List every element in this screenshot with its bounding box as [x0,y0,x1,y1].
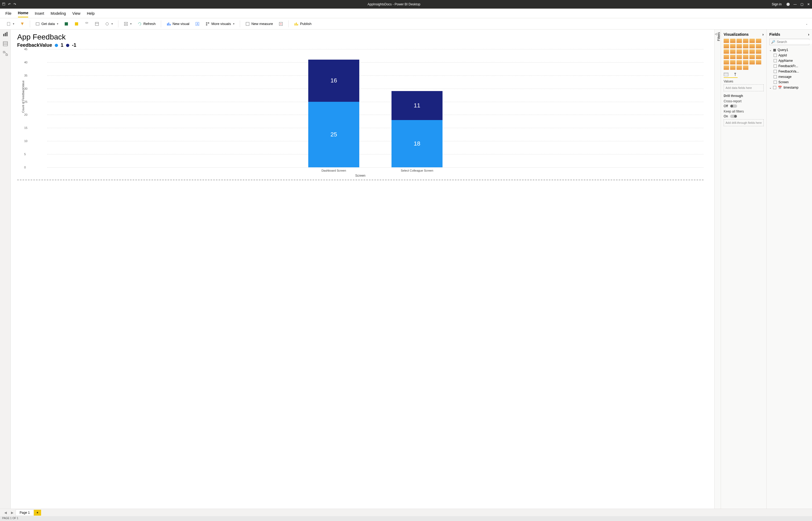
menu-modeling[interactable]: Modeling [50,10,66,17]
report-canvas[interactable]: App Feedback FeedbackValue 1 -1 Count of… [11,29,714,508]
viz-type-tile[interactable] [730,39,736,43]
text-box-icon[interactable]: A [193,21,202,27]
viz-type-tile[interactable] [749,49,755,54]
viz-type-tile[interactable] [724,49,729,54]
add-page-button[interactable]: + [34,510,41,516]
menu-file[interactable]: File [5,10,11,17]
format-painter-icon[interactable] [18,21,27,27]
viz-type-tile[interactable] [743,60,748,65]
viz-type-tile[interactable] [737,60,742,65]
viz-type-tile[interactable] [756,55,761,59]
search-input[interactable] [777,40,812,44]
stacked-bar-chart[interactable]: 0510152025303540451625Dashboard Screen11… [32,49,703,173]
viz-type-tile[interactable] [737,49,742,54]
viz-type-tile[interactable] [756,60,761,65]
undo-icon[interactable]: ↶ [8,2,11,6]
field-item[interactable]: Screen [769,80,809,85]
table-node[interactable]: ⌄▦Query1 [769,47,809,53]
model-view-icon[interactable] [3,51,8,56]
quick-measure-icon[interactable] [277,21,285,27]
chevron-right-icon[interactable]: › [762,32,764,37]
viz-type-tile[interactable] [743,39,748,43]
fields-search[interactable]: 🔎 [769,39,809,45]
viz-type-tile[interactable] [749,60,755,65]
menu-home[interactable]: Home [18,9,28,18]
viz-type-tile[interactable] [737,44,742,48]
sql-source-icon[interactable] [83,21,91,27]
field-item[interactable]: message [769,74,809,80]
viz-type-tile[interactable] [737,39,742,43]
drillthrough-field-well[interactable]: Add drill-through fields here [724,119,764,126]
bar-segment[interactable]: 18 [392,120,442,167]
x-category-label: Select Colleague Screen [392,169,442,172]
page-tab[interactable]: Page 1 [16,509,34,516]
format-tab-icon[interactable] [733,72,738,76]
signin-link[interactable]: Sign in [772,2,782,6]
field-item[interactable]: FeedbackVa... [769,69,809,74]
prev-page-button[interactable]: ◀ [2,511,9,515]
report-view-icon[interactable] [3,32,8,37]
recent-sources-icon[interactable]: ▾ [103,21,115,27]
values-field-well[interactable]: Add data fields here [724,84,764,91]
viz-type-tile[interactable] [724,39,729,43]
viz-type-tile[interactable] [756,49,761,54]
viz-type-tile[interactable] [737,66,742,70]
viz-type-tile[interactable] [743,55,748,59]
viz-type-tile[interactable] [730,55,736,59]
viz-type-tile[interactable] [749,55,755,59]
bar-segment[interactable]: 25 [308,102,359,167]
bar-segment[interactable]: 11 [392,91,442,120]
viz-type-tile[interactable] [737,55,742,59]
field-item[interactable]: FeedbackFr... [769,63,809,69]
maximize-icon[interactable]: ▢ [801,2,804,6]
menu-help[interactable]: Help [87,10,94,17]
excel-source-icon[interactable] [62,21,71,27]
ribbon-collapse-icon[interactable]: ⌄ [806,22,808,25]
field-timestamp[interactable]: ⌄📅timestamp [769,85,809,90]
get-data-button[interactable]: Get data▾ [33,21,61,27]
transform-data-icon[interactable]: ▾ [122,21,134,27]
viz-type-tile[interactable] [743,49,748,54]
viz-type-tile[interactable] [749,39,755,43]
more-visuals-button[interactable]: More visuals▾ [203,21,236,27]
new-visual-button[interactable]: New visual [164,21,191,27]
pbi-source-icon[interactable] [72,21,81,27]
filters-pane-collapsed[interactable]: ◁ Filters [714,29,721,508]
viz-type-tile[interactable] [730,44,736,48]
cross-report-toggle[interactable] [730,105,737,108]
field-item[interactable]: AppId [769,53,809,58]
viz-type-tile[interactable] [730,60,736,65]
viz-type-tile[interactable] [756,39,761,43]
svg-rect-28 [3,42,7,46]
viz-type-tile[interactable] [724,60,729,65]
viz-type-tile[interactable] [730,66,736,70]
viz-type-tile[interactable] [743,44,748,48]
field-item[interactable]: AppName [769,58,809,63]
visualization-gallery[interactable] [724,39,764,70]
bar-segment[interactable]: 16 [308,60,359,101]
fields-tab-icon[interactable] [724,72,728,76]
paste-button[interactable]: ▾ [4,21,16,27]
save-icon[interactable] [2,2,5,6]
viz-type-tile[interactable] [749,44,755,48]
data-view-icon[interactable] [3,41,8,46]
chevron-right-icon[interactable]: › [808,32,809,37]
new-measure-button[interactable]: New measure [243,21,275,27]
viz-type-tile[interactable] [730,49,736,54]
enter-data-icon[interactable] [93,21,101,27]
refresh-button[interactable]: Refresh [135,21,158,27]
viz-type-tile[interactable] [756,44,761,48]
close-icon[interactable]: ✕ [807,2,810,6]
redo-icon[interactable]: ↷ [14,2,16,6]
next-page-button[interactable]: ▶ [9,511,16,515]
viz-type-tile[interactable] [743,66,748,70]
keep-filters-toggle[interactable] [730,115,737,118]
viz-type-tile[interactable] [724,44,729,48]
menu-view[interactable]: View [72,10,80,17]
menu-insert[interactable]: Insert [34,10,44,17]
viz-type-tile[interactable] [724,55,729,59]
avatar-icon[interactable] [787,3,790,6]
publish-button[interactable]: Publish [292,21,314,27]
minimize-icon[interactable]: — [793,2,797,6]
viz-type-tile[interactable] [724,66,729,70]
